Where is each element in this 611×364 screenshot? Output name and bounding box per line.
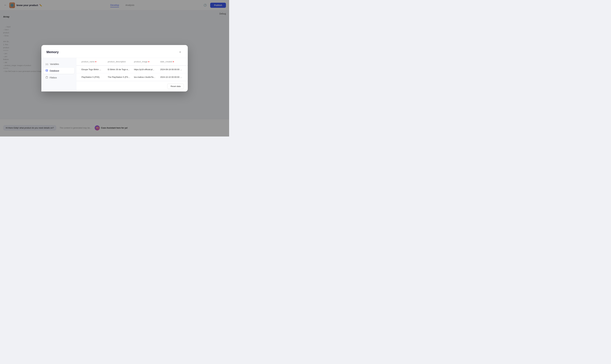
table-row[interactable]: PlayStation 5 (PS5) The PlayStation 5 (P… (76, 73, 188, 81)
reset-data-button[interactable]: Reset data (167, 84, 184, 89)
variables-label: Variables (50, 63, 59, 65)
modal-footer: Reset data (76, 81, 188, 91)
required-dot-date (173, 61, 174, 62)
row1-product-description: El Birkin 30 de Togo e... (106, 66, 132, 73)
col-product-description: product_description (106, 58, 132, 65)
svg-point-0 (46, 69, 48, 70)
col-product-image-label: product_image (134, 60, 148, 63)
sidebar-item-database[interactable]: Database (43, 68, 74, 74)
sidebar-item-filebox[interactable]: Filebox (43, 75, 74, 81)
row1-product-image: https://p16-official-pl... (132, 66, 158, 73)
database-table: product_name product_description product… (76, 58, 188, 81)
modal-sidebar: (x) Variables Database (41, 58, 76, 91)
row1-product-name: Etoupe Togo Birkin ... (79, 66, 106, 73)
required-dot-image (148, 61, 149, 62)
col-product-name-label: product_name (81, 60, 95, 63)
table-row[interactable]: Etoupe Togo Birkin ... El Birkin 30 de T… (76, 66, 188, 73)
filebox-label: Filebox (50, 76, 57, 79)
row1-date-created: 2024-09-18 00:00:00 +0... (158, 66, 184, 73)
filebox-icon (46, 76, 48, 79)
modal-close-button[interactable]: × (178, 50, 183, 54)
variables-icon: (x) (46, 63, 48, 65)
col-product-description-label: product_description (108, 60, 126, 63)
row2-product-image: tos-maliva-i-3sotts7ts... (132, 73, 158, 81)
required-dot-name (95, 61, 96, 62)
modal-header: Memory × (41, 45, 188, 58)
database-icon (46, 69, 48, 72)
col-product-image: product_image (132, 58, 158, 65)
table-header: product_name product_description product… (76, 58, 188, 66)
modal-title: Memory (46, 50, 59, 54)
sidebar-item-variables[interactable]: (x) Variables (43, 61, 74, 67)
col-date-created-label: date_created (160, 60, 172, 63)
memory-modal: Memory × (x) Variables Database (41, 45, 188, 91)
col-date-created: date_created (158, 58, 184, 65)
row2-date-created: 2024-10-10 00:00:00 +0... (158, 73, 184, 81)
database-label: Database (50, 69, 59, 72)
col-product-name: product_name (79, 58, 106, 65)
row2-product-description: The PlayStation 5 (PS5... (106, 73, 132, 81)
modal-body: (x) Variables Database (41, 58, 188, 91)
row2-product-name: PlayStation 5 (PS5) (79, 73, 106, 81)
modal-main-area: product_name product_description product… (76, 58, 188, 91)
svg-rect-1 (46, 77, 48, 78)
